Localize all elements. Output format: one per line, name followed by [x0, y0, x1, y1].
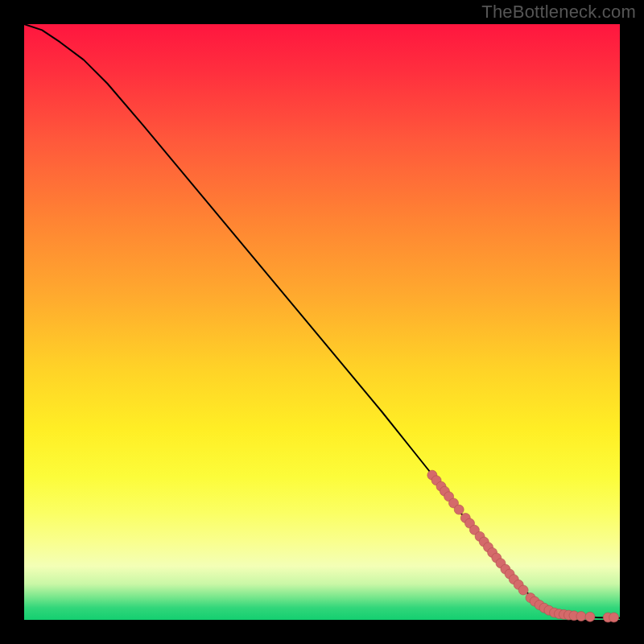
plot-area [24, 24, 620, 620]
bottleneck-curve [24, 24, 620, 618]
data-point [609, 613, 619, 622]
data-point [518, 585, 528, 595]
plot-overlay [24, 24, 620, 620]
data-point [585, 612, 595, 621]
scatter-points [427, 470, 619, 622]
watermark-text: TheBottleneck.com [481, 2, 636, 23]
data-point [454, 505, 464, 514]
data-point [576, 612, 586, 621]
chart-frame: TheBottleneck.com [0, 0, 644, 644]
